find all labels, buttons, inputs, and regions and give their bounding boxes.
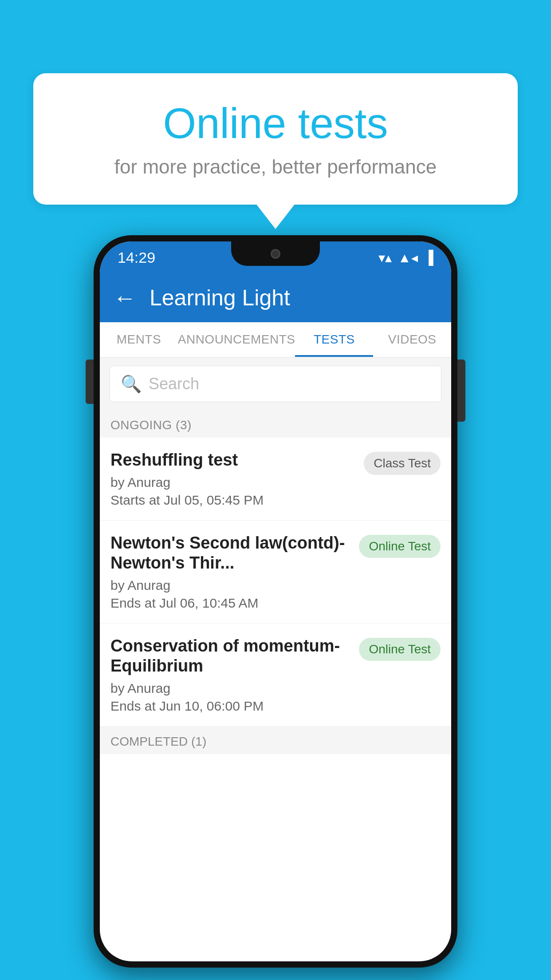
- tab-announcements[interactable]: ANNOUNCEMENTS: [178, 322, 295, 357]
- test-name-3: Conservation of momentum-Equilibrium: [110, 636, 352, 676]
- app-title: Learning Light: [150, 285, 290, 311]
- test-time-1: Starts at Jul 05, 05:45 PM: [110, 493, 357, 508]
- test-info-1: Reshuffling test by Anurag Starts at Jul…: [110, 450, 357, 508]
- battery-icon: ▐: [424, 250, 433, 265]
- test-author-2: by Anurag: [110, 578, 352, 593]
- search-icon: 🔍: [121, 374, 142, 394]
- ongoing-label: ONGOING (3): [110, 418, 192, 432]
- search-box[interactable]: 🔍 Search: [110, 366, 441, 402]
- search-input[interactable]: Search: [149, 375, 199, 393]
- status-icons: ▾▴ ▲◂ ▐: [378, 250, 433, 265]
- test-badge-1: Class Test: [364, 452, 441, 475]
- tab-videos[interactable]: VIDEOS: [373, 322, 451, 357]
- test-time-2: Ends at Jul 06, 10:45 AM: [110, 596, 352, 611]
- speech-bubble: Online tests for more practice, better p…: [33, 73, 518, 205]
- phone-mockup: 14:29 ▾▴ ▲◂ ▐ ← Learning Light MENTS ANN…: [94, 235, 457, 968]
- test-item-3[interactable]: Conservation of momentum-Equilibrium by …: [100, 624, 451, 727]
- test-name-2: Newton's Second law(contd)-Newton's Thir…: [110, 533, 352, 573]
- completed-label: COMPLETED (1): [110, 735, 206, 748]
- tabs-container: MENTS ANNOUNCEMENTS TESTS VIDEOS: [100, 322, 451, 358]
- phone-inner: 14:29 ▾▴ ▲◂ ▐ ← Learning Light MENTS ANN…: [100, 241, 451, 961]
- test-badge-3: Online Test: [359, 638, 441, 661]
- test-name-1: Reshuffling test: [110, 450, 357, 470]
- bubble-subtitle: for more practice, better performance: [69, 156, 482, 178]
- test-info-2: Newton's Second law(contd)-Newton's Thir…: [110, 533, 352, 611]
- tab-ments[interactable]: MENTS: [100, 322, 178, 357]
- test-badge-2: Online Test: [359, 535, 441, 558]
- completed-section-header: COMPLETED (1): [100, 727, 451, 754]
- signal-icon: ▲◂: [398, 250, 418, 265]
- tab-tests[interactable]: TESTS: [295, 322, 373, 357]
- ongoing-section-header: ONGOING (3): [100, 410, 451, 438]
- test-item-2[interactable]: Newton's Second law(contd)-Newton's Thir…: [100, 521, 451, 624]
- search-container: 🔍 Search: [100, 358, 451, 410]
- bubble-title: Online tests: [69, 100, 482, 147]
- test-time-3: Ends at Jun 10, 06:00 PM: [110, 699, 352, 714]
- phone-outer: 14:29 ▾▴ ▲◂ ▐ ← Learning Light MENTS ANN…: [94, 235, 457, 968]
- test-author-1: by Anurag: [110, 475, 357, 490]
- test-list: Reshuffling test by Anurag Starts at Jul…: [100, 438, 451, 727]
- test-item-1[interactable]: Reshuffling test by Anurag Starts at Jul…: [100, 438, 451, 521]
- status-time: 14:29: [118, 249, 155, 266]
- back-button[interactable]: ←: [113, 285, 136, 311]
- test-author-3: by Anurag: [110, 681, 352, 696]
- test-info-3: Conservation of momentum-Equilibrium by …: [110, 636, 352, 714]
- front-camera: [271, 249, 280, 259]
- app-bar: ← Learning Light: [100, 273, 451, 322]
- wifi-icon: ▾▴: [378, 250, 392, 265]
- phone-notch: [231, 241, 320, 266]
